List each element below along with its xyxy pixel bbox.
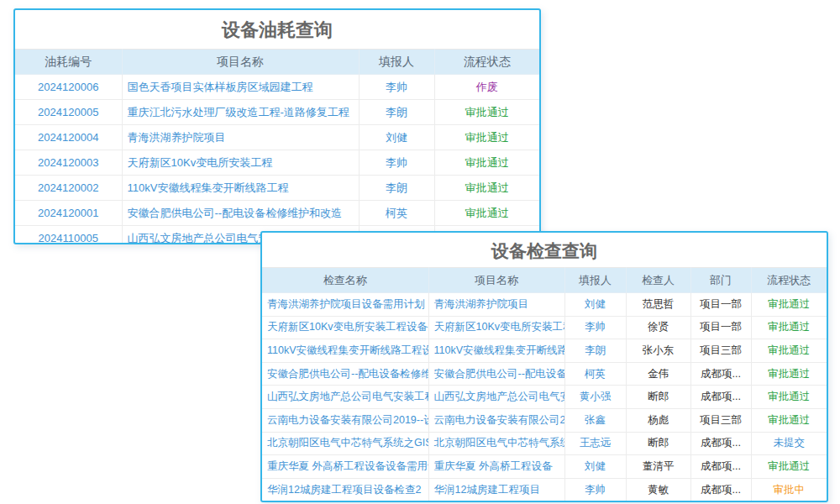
- table-cell[interactable]: 安徽合肥供电公司--配电设备检修维护和改造: [262, 362, 428, 386]
- table-cell[interactable]: 2024120001: [15, 201, 122, 226]
- table-cell: 刘健: [564, 293, 626, 317]
- status-cell: 审批通过: [751, 293, 827, 317]
- status-cell: 审批通过: [751, 316, 827, 339]
- status-cell: 审批通过: [434, 125, 539, 150]
- table-cell[interactable]: 重庆江北污水处理厂级改造工程-道路修复工程: [122, 100, 359, 125]
- table-cell[interactable]: 2024120002: [15, 176, 122, 201]
- table-cell[interactable]: 青海洪湖养护院项目设备需用计划: [262, 293, 428, 317]
- status-cell: 审批通过: [434, 100, 539, 125]
- table-cell[interactable]: 青海洪湖养护院项目: [122, 125, 359, 150]
- table-row[interactable]: 2024120002110kV安徽线程集变开断线路工程李朗审批通过: [15, 176, 539, 201]
- inspection-query-window: 设备检查查询 检查名称项目名称填报人检查人部门流程状态 青海洪湖养护院项目设备需…: [260, 231, 828, 502]
- table-cell: 刘健: [359, 125, 434, 150]
- column-header: 检查名称: [262, 268, 428, 293]
- column-header: 流程状态: [751, 268, 827, 293]
- table-row[interactable]: 华润12城房建工程项目设备检查2华润12城房建工程项目李帅黄敏成都项...审批中: [262, 478, 827, 501]
- table-cell: 王志远: [564, 432, 626, 455]
- fuel-query-window: 设备油耗查询 油耗编号项目名称填报人流程状态 2024120006国色天香项目实…: [13, 8, 541, 244]
- table-cell[interactable]: 110kV安徽线程集变开断线路工程: [428, 339, 564, 363]
- table-cell[interactable]: 2024120003: [15, 150, 122, 176]
- table-cell: 杨彪: [626, 408, 690, 432]
- status-cell: 审批通过: [434, 150, 539, 176]
- table-row[interactable]: 云南电力设备安装有限公司2019--设备需用计划云南电力设备安装有限公司2019…: [262, 408, 827, 432]
- table-cell: 李朗: [359, 176, 434, 201]
- table-cell: 项目一部: [690, 293, 751, 317]
- table-row[interactable]: 110kV安徽线程集变开断线路工程设备需用计划110kV安徽线程集变开断线路工程…: [262, 339, 827, 363]
- table-cell[interactable]: 华润12城房建工程项目设备检查2: [262, 478, 428, 501]
- column-header: 项目名称: [122, 50, 359, 75]
- table-row[interactable]: 2024120004青海洪湖养护院项目刘健审批通过: [15, 125, 539, 150]
- table-row[interactable]: 重庆华夏 外高桥工程设备设备需用计划重庆华夏 外高桥工程设备刘健董清平成都项..…: [262, 455, 827, 479]
- status-cell: 审批中: [751, 478, 827, 501]
- column-header: 流程状态: [434, 50, 539, 75]
- table-cell: 项目三部: [690, 408, 751, 432]
- table-cell[interactable]: 山西弘文房地产总公司电气安装工程: [262, 386, 428, 409]
- table-cell: 黄小强: [564, 386, 626, 409]
- table-cell: 李朗: [564, 339, 626, 363]
- table-cell[interactable]: 2024110005: [15, 226, 122, 245]
- column-header: 填报人: [564, 268, 626, 293]
- table-cell[interactable]: 天府新区10Kv变电所安装工程设备需用计划: [262, 316, 428, 339]
- table-row[interactable]: 安徽合肥供电公司--配电设备检修维护和改造安徽合肥供电公司--配电设备检修维护和…: [262, 362, 827, 386]
- table-cell: 张小东: [626, 339, 690, 363]
- table-cell[interactable]: 云南电力设备安装有限公司2019--设备: [428, 408, 564, 432]
- table-cell: 黄敏: [626, 478, 690, 501]
- table-cell: 成都项...: [690, 386, 751, 409]
- table-cell[interactable]: 重庆华夏 外高桥工程设备: [428, 455, 564, 479]
- table-row[interactable]: 2024120005重庆江北污水处理厂级改造工程-道路修复工程李朗审批通过: [15, 100, 539, 125]
- column-header: 检查人: [626, 268, 690, 293]
- table-cell[interactable]: 110kV安徽线程集变开断线路工程: [122, 176, 359, 201]
- fuel-table: 油耗编号项目名称填报人流程状态 2024120006国色天香项目实体样板房区域园…: [15, 49, 539, 244]
- column-header: 油耗编号: [15, 50, 122, 75]
- table-cell[interactable]: 安徽合肥供电公司--配电设备检修维护和改造: [428, 362, 564, 386]
- status-cell: 审批通过: [751, 455, 827, 479]
- table-row[interactable]: 天府新区10Kv变电所安装工程设备需用计划天府新区10Kv变电所安装工程李帅徐贤…: [262, 316, 827, 339]
- fuel-query-title: 设备油耗查询: [15, 10, 539, 49]
- table-cell: 范思哲: [626, 293, 690, 317]
- status-cell: 未提交: [751, 432, 827, 455]
- table-cell[interactable]: 北京朝阳区电气中芯特气系统之GIS工程: [428, 432, 564, 455]
- table-cell[interactable]: 山西弘文房地产总公司电气安装工程: [428, 386, 564, 409]
- table-row[interactable]: 北京朝阳区电气中芯特气系统之GIS工程北京朝阳区电气中芯特气系统之GIS工程王志…: [262, 432, 827, 455]
- table-cell: 金伟: [626, 362, 690, 386]
- table-cell[interactable]: 北京朝阳区电气中芯特气系统之GIS工程: [262, 432, 428, 455]
- table-cell[interactable]: 2024120005: [15, 100, 122, 125]
- table-cell[interactable]: 国色天香项目实体样板房区域园建工程: [122, 75, 359, 100]
- table-row[interactable]: 2024120006国色天香项目实体样板房区域园建工程李帅作废: [15, 75, 539, 100]
- status-cell: 审批通过: [751, 362, 827, 386]
- fuel-table-header-row: 油耗编号项目名称填报人流程状态: [15, 50, 539, 75]
- table-cell[interactable]: 华润12城房建工程项目: [428, 478, 564, 501]
- table-cell: 成都项...: [690, 362, 751, 386]
- table-cell: 李帅: [359, 75, 434, 100]
- table-cell[interactable]: 2024120004: [15, 125, 122, 150]
- table-cell[interactable]: 安徽合肥供电公司--配电设备检修维护和改造: [122, 201, 359, 226]
- table-cell: 成都项...: [690, 455, 751, 479]
- table-cell: 李帅: [359, 150, 434, 176]
- table-cell[interactable]: 云南电力设备安装有限公司2019--设备需用计划: [262, 408, 428, 432]
- column-header: 部门: [690, 268, 751, 293]
- table-row[interactable]: 2024120003天府新区10Kv变电所安装工程李帅审批通过: [15, 150, 539, 176]
- table-cell: 断郎: [626, 386, 690, 409]
- table-cell[interactable]: 青海洪湖养护院项目: [428, 293, 564, 317]
- table-cell: 刘健: [564, 455, 626, 479]
- table-cell: 董清平: [626, 455, 690, 479]
- table-cell: 徐贤: [626, 316, 690, 339]
- table-cell[interactable]: 天府新区10Kv变电所安装工程: [122, 150, 359, 176]
- status-cell: 审批通过: [434, 201, 539, 226]
- table-row[interactable]: 山西弘文房地产总公司电气安装工程山西弘文房地产总公司电气安装工程黄小强断郎成都项…: [262, 386, 827, 409]
- table-cell[interactable]: 天府新区10Kv变电所安装工程: [428, 316, 564, 339]
- table-row[interactable]: 2024120001安徽合肥供电公司--配电设备检修维护和改造柯英审批通过: [15, 201, 539, 226]
- table-cell: 成都项...: [690, 478, 751, 501]
- table-cell[interactable]: 重庆华夏 外高桥工程设备设备需用计划: [262, 455, 428, 479]
- table-cell: 柯英: [564, 362, 626, 386]
- table-cell: 李帅: [564, 478, 626, 501]
- column-header: 项目名称: [428, 268, 564, 293]
- table-cell[interactable]: 2024120006: [15, 75, 122, 100]
- status-cell: 作废: [434, 75, 539, 100]
- table-cell[interactable]: 110kV安徽线程集变开断线路工程设备需用计划: [262, 339, 428, 363]
- table-row[interactable]: 青海洪湖养护院项目设备需用计划青海洪湖养护院项目刘健范思哲项目一部审批通过: [262, 293, 827, 317]
- status-cell: 审批通过: [434, 176, 539, 201]
- table-cell: 项目三部: [690, 339, 751, 363]
- inspection-table: 检查名称项目名称填报人检查人部门流程状态 青海洪湖养护院项目设备需用计划青海洪湖…: [262, 267, 827, 501]
- inspection-table-header-row: 检查名称项目名称填报人检查人部门流程状态: [262, 268, 827, 293]
